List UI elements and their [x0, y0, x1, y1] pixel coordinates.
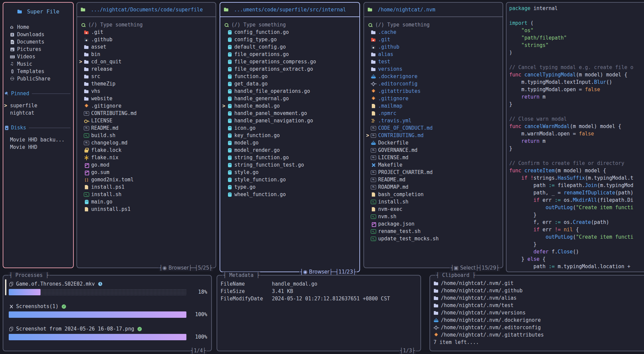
- file-row[interactable]: > ROADMAP.md: [365, 183, 501, 191]
- file-row[interactable]: > function.go: [222, 73, 358, 80]
- file-row[interactable]: > build.sh: [78, 132, 214, 139]
- file-row[interactable]: > src: [78, 73, 214, 80]
- file-row[interactable]: > key_function.go: [222, 132, 358, 139]
- file-row[interactable]: > .dockerignore: [365, 73, 501, 80]
- file-row[interactable]: > versions: [365, 65, 501, 73]
- sidebar-shortcut[interactable]: Documents: [3, 38, 73, 46]
- file-row[interactable]: > config_type.go: [222, 36, 358, 43]
- file-row[interactable]: > nvm-exec: [365, 205, 501, 213]
- file-row[interactable]: > flake.nix: [78, 154, 214, 161]
- file-row[interactable]: > icon.go: [222, 124, 358, 132]
- file-row[interactable]: > .git: [365, 36, 501, 43]
- file-row[interactable]: > uninstall.ps1: [78, 205, 214, 213]
- file-row[interactable]: > .github: [78, 36, 214, 43]
- file-row[interactable]: > .npmrc: [365, 110, 501, 117]
- file-row[interactable]: > .git: [78, 28, 214, 36]
- file-row[interactable]: > LICENSE.md: [365, 154, 501, 161]
- file-row[interactable]: > go.mod: [78, 161, 214, 169]
- file-row[interactable]: > .cache: [365, 28, 501, 36]
- file-row[interactable]: > test: [365, 58, 501, 65]
- file-row[interactable]: > wheel_function.go: [222, 191, 358, 198]
- file-row[interactable]: > handle_panel_navigation.go: [222, 117, 358, 124]
- file-row[interactable]: > install.sh: [78, 191, 214, 198]
- file-row[interactable]: > release: [78, 65, 214, 73]
- file-row[interactable]: > Makefile: [365, 161, 501, 169]
- file-row[interactable]: > get_data.go: [222, 80, 358, 87]
- file-row[interactable]: > gomod2nix.toml: [78, 176, 214, 183]
- file-row[interactable]: > handle_modal.go: [222, 102, 358, 110]
- file-row[interactable]: > themeZip: [78, 80, 214, 87]
- file-row[interactable]: > Dockerfile: [365, 139, 501, 146]
- file-row[interactable]: > config_function.go: [222, 28, 358, 36]
- file-row[interactable]: > string_function.go: [222, 154, 358, 161]
- file-row[interactable]: > README.md: [78, 124, 214, 132]
- file-row[interactable]: > flake.lock: [78, 146, 214, 154]
- file-row[interactable]: > install.ps1: [78, 183, 214, 191]
- sidebar-shortcut-icon: [10, 47, 15, 52]
- file-row[interactable]: > .gitignore: [78, 102, 214, 110]
- file-row[interactable]: > .github: [365, 43, 501, 51]
- pinned-item[interactable]: > nightcat: [3, 109, 73, 117]
- sidebar-shortcut[interactable]: Downloads: [3, 31, 73, 38]
- file-row[interactable]: > default_config.go: [222, 43, 358, 51]
- file-row[interactable]: > package.json: [365, 220, 501, 228]
- panel-1-search[interactable]: (/) Type something: [81, 21, 214, 28]
- file-row[interactable]: > handle_panel_movement.go: [222, 110, 358, 117]
- file-row[interactable]: > handle_genernal.go: [222, 95, 358, 102]
- file-row[interactable]: > CONTRIBUTING.md: [78, 110, 214, 117]
- file-row[interactable]: > CONTRIBUTING.md: [365, 132, 501, 139]
- pinned-item[interactable]: > superfile: [3, 102, 73, 109]
- process-item[interactable]: Game.of.Thrones.S02E02.mkv 18%: [9, 280, 207, 296]
- file-row[interactable]: > .gitattributes: [365, 87, 501, 95]
- sidebar-shortcut[interactable]: Videos: [3, 53, 73, 60]
- file-row[interactable]: > type.go: [222, 183, 358, 191]
- file-row[interactable]: > .mailmap: [365, 102, 501, 110]
- file-row[interactable]: > PROJECT_CHARTER.md: [365, 169, 501, 176]
- process-progress-row: 100%: [9, 310, 207, 319]
- file-row[interactable]: > file_operations_extract.go: [222, 65, 358, 73]
- disk-item[interactable]: > Movie HHD: [3, 143, 73, 151]
- file-row[interactable]: > bash_completion: [365, 191, 501, 198]
- panel-3-search[interactable]: (/) Type something: [368, 21, 501, 28]
- file-row[interactable]: > LICENSE: [78, 117, 214, 124]
- sidebar-shortcut[interactable]: Home: [3, 23, 73, 31]
- file-row[interactable]: > bin: [78, 51, 214, 58]
- file-row[interactable]: > asset: [78, 43, 214, 51]
- file-panel-2-focused: ...uments/code/superfile/src/internal (/…: [220, 2, 360, 272]
- sidebar-shortcut[interactable]: Music: [3, 60, 73, 68]
- file-row[interactable]: > file_operations.go: [222, 51, 358, 58]
- file-row[interactable]: > README.md: [365, 176, 501, 183]
- file-row[interactable]: > .travis.yml: [365, 117, 501, 124]
- file-row[interactable]: > file_operations_compress.go: [222, 58, 358, 65]
- sidebar-shortcut[interactable]: PublicShare: [3, 75, 73, 82]
- file-row[interactable]: > nvm.sh: [365, 213, 501, 220]
- file-row[interactable]: > CODE_OF_CONDUCT.md: [365, 124, 501, 132]
- file-row[interactable]: > website: [78, 95, 214, 102]
- file-row[interactable]: > vhs: [78, 87, 214, 95]
- panel-2-search[interactable]: (/) Type something: [224, 21, 358, 28]
- file-row[interactable]: > cd_on_quit: [78, 58, 214, 65]
- file-row[interactable]: > rename_test.sh: [365, 228, 501, 235]
- process-item[interactable]: Screenshots(1) 100%: [9, 303, 207, 319]
- process-item[interactable]: Screenshot from 2024-05-26 16-08-17.png …: [9, 325, 207, 341]
- file-row[interactable]: > .gitignore: [365, 95, 501, 102]
- sidebar-shortcut[interactable]: Templates: [3, 68, 73, 75]
- file-row[interactable]: > alias: [365, 51, 501, 58]
- file-row[interactable]: > .editorconfig: [365, 80, 501, 87]
- file-row[interactable]: > go.sum: [78, 169, 214, 176]
- file-row[interactable]: > update_test_mocks.sh: [365, 235, 501, 242]
- file-row[interactable]: > style_function.go: [222, 176, 358, 183]
- disk-item[interactable]: > Movie HHD backu...: [3, 136, 73, 143]
- code-line: // Confirm to create file or directory: [509, 160, 644, 167]
- file-row[interactable]: > install.sh: [365, 198, 501, 205]
- file-row[interactable]: > GOVERNANCE.md: [365, 146, 501, 154]
- file-row[interactable]: > style.go: [222, 169, 358, 176]
- file-row[interactable]: > main.go: [78, 198, 214, 205]
- file-row[interactable]: > model_render.go: [222, 146, 358, 154]
- file-row[interactable]: > changelog.md: [78, 139, 214, 146]
- file-row[interactable]: > handle_file_operations.go: [222, 87, 358, 95]
- sidebar-shortcut[interactable]: Pictures: [3, 46, 73, 53]
- file-icon: [371, 163, 376, 168]
- file-row[interactable]: > model.go: [222, 139, 358, 146]
- file-row[interactable]: > string_function_test.go: [222, 161, 358, 169]
